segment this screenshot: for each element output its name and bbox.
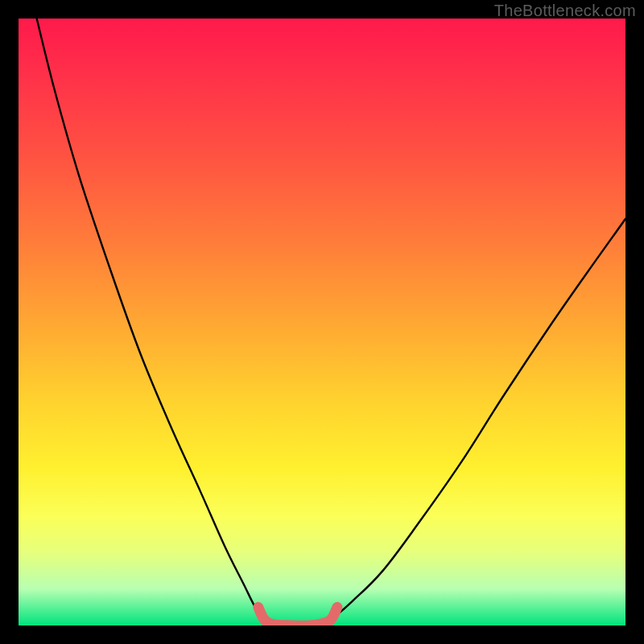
bottleneck-curve [19,19,625,625]
curve-main [37,19,625,625]
chart-frame: TheBottleneck.com [0,0,644,644]
watermark-text: TheBottleneck.com [494,2,636,20]
plot-area [19,19,625,625]
curve-valley-highlight [258,607,337,625]
